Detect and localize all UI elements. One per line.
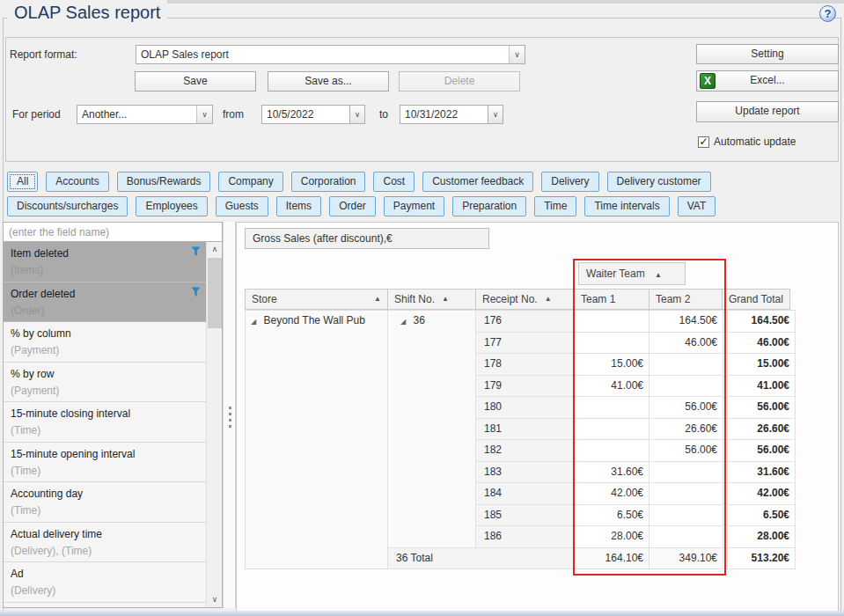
pivot-value-cell [575, 440, 650, 462]
pivot-value-cell: 56.00€ [650, 397, 723, 419]
receipt-row-header: 180 [476, 397, 575, 419]
field-item-ad[interactable]: Ad (Delivery) [4, 562, 206, 603]
shift-row-header[interactable]: ◢ 36 [388, 311, 476, 548]
grand-total-cell: 6.50€ [727, 505, 796, 527]
receipt-column-header[interactable]: Receipt No. ▲ [475, 289, 575, 310]
store-column-header[interactable]: Store ▲ [245, 289, 388, 310]
pivot-value-cell: 41.00€ [575, 376, 650, 398]
field-item-pct-by-row[interactable]: % by row (Payment) [4, 363, 206, 403]
tab-time-intervals[interactable]: Time intervals [584, 196, 669, 216]
team1-column: 15.00€ 41.00€ 31.60€ 42.00€ 6.50€ 28.00€… [575, 311, 650, 569]
pivot-value-cell [650, 483, 723, 505]
scrollbar-thumb[interactable] [208, 258, 222, 328]
chevron-down-icon[interactable]: ∨ [488, 105, 503, 124]
report-format-select[interactable]: OLAP Sales report ∨ [136, 45, 525, 64]
save-button[interactable]: Save [135, 71, 256, 92]
pivot-value-cell [575, 311, 650, 333]
tab-guests[interactable]: Guests [216, 196, 268, 216]
receipt-row-header: 181 [476, 419, 575, 441]
grand-total-cell: 28.00€ [727, 526, 796, 548]
field-item-15min-opening[interactable]: 15-minute opening interval (Time) [4, 443, 206, 483]
tab-preparation[interactable]: Preparation [452, 196, 526, 216]
tab-items[interactable]: Items [276, 196, 321, 216]
excel-button[interactable]: X Excel... [696, 70, 839, 92]
tab-customer-feedback[interactable]: Customer feedback [422, 172, 533, 192]
tab-employees[interactable]: Employees [136, 196, 207, 216]
receipt-row-header: 177 [476, 333, 575, 355]
setting-button[interactable]: Setting [696, 44, 839, 64]
receipt-row-header: 176 [476, 311, 575, 333]
field-item-pct-by-column[interactable]: % by column (Payment) [4, 322, 206, 363]
category-tabs-row-1: All Accounts Bonus/Rewards Company Corpo… [7, 172, 711, 192]
field-item-item-deleted[interactable]: Item deleted (Items) [4, 242, 206, 282]
tab-all[interactable]: All [7, 172, 38, 192]
waiter-team-field-header[interactable]: Waiter Team ▲ [578, 262, 686, 285]
pivot-header-row: Store ▲ Shift No. ▲ Receipt No. ▲ Team 1… [245, 289, 796, 310]
team1-column-header[interactable]: Team 1 [574, 289, 650, 310]
tab-delivery-customer[interactable]: Delivery customer [607, 172, 711, 192]
scroll-up-icon[interactable]: ∧ [207, 242, 223, 257]
automatic-update-checkbox[interactable]: ✓ Automatic update [698, 136, 796, 148]
pivot-panel: Gross Sales (after discount),€ Waiter Te… [236, 222, 839, 613]
scroll-down-icon[interactable]: ∨ [207, 592, 223, 607]
field-item-order-deleted[interactable]: Order deleted (Order) [4, 282, 206, 323]
tab-time[interactable]: Time [534, 196, 576, 216]
tab-discounts-surcharges[interactable]: Discounts/surcharges [7, 196, 128, 216]
shift-column-header[interactable]: Shift No. ▲ [387, 289, 476, 310]
category-tabs-row-2: Discounts/surcharges Employees Guests It… [7, 196, 716, 216]
field-item-address[interactable]: Address [4, 603, 206, 609]
pivot-value-cell: 15.00€ [575, 354, 650, 376]
tab-payment[interactable]: Payment [384, 196, 444, 216]
filter-funnel-icon[interactable] [191, 246, 201, 257]
grand-total-column: 164.50€ 46.00€ 15.00€ 41.00€ 56.00€ 26.6… [727, 311, 796, 569]
help-icon[interactable]: ? [819, 5, 836, 22]
measure-field-button[interactable]: Gross Sales (after discount),€ [245, 228, 489, 249]
filter-funnel-icon[interactable] [191, 287, 201, 297]
delete-button[interactable]: Delete [399, 71, 520, 92]
pivot-value-cell: 46.00€ [650, 333, 723, 355]
tab-bonus-rewards[interactable]: Bonus/Rewards [117, 172, 211, 192]
field-list-scrollbar[interactable]: ∧ ∨ [206, 242, 222, 607]
tab-cost[interactable]: Cost [373, 172, 415, 192]
field-item-accounting-day[interactable]: Accounting day (Time) [4, 482, 206, 523]
tab-company[interactable]: Company [218, 172, 283, 192]
window-top-edge [167, 0, 844, 4]
grand-total-total-cell: 513.20€ [727, 548, 796, 570]
to-date-picker[interactable]: 10/31/2022 ∨ [400, 105, 503, 124]
from-date-picker[interactable]: 10/5/2022 ∨ [261, 105, 365, 124]
team2-column-header[interactable]: Team 2 [649, 289, 723, 310]
grand-total-column-header[interactable]: Grand Total [722, 289, 790, 310]
receipt-row-header: 183 [476, 462, 575, 484]
field-item-actual-delivery-time[interactable]: Actual delivery time (Delivery), (Time) [4, 523, 206, 563]
chevron-down-icon[interactable]: ∨ [196, 106, 212, 123]
receipt-row-header: 184 [476, 483, 575, 505]
grand-total-cell: 56.00€ [727, 440, 796, 462]
period-select[interactable]: Another... ∨ [77, 105, 213, 124]
to-date-value: 10/31/2022 [405, 108, 484, 121]
sidebar-splitter-handle[interactable] [223, 222, 236, 608]
tab-vat[interactable]: VAT [678, 196, 716, 216]
report-format-value: OLAP Sales report [141, 48, 505, 61]
tab-accounts[interactable]: Accounts [46, 172, 108, 192]
sort-asc-icon: ▲ [655, 271, 662, 279]
receipt-column: 176 177 178 179 180 181 182 183 184 185 … [476, 311, 575, 548]
to-label: to [379, 105, 388, 124]
chevron-down-icon[interactable]: ∨ [509, 46, 525, 63]
tab-order[interactable]: Order [329, 196, 376, 216]
receipt-row-header: 186 [476, 526, 575, 548]
field-item-15min-closing[interactable]: 15-minute closing interval (Time) [4, 402, 206, 443]
chevron-down-icon[interactable]: ∨ [349, 105, 365, 124]
collapse-icon[interactable]: ◢ [400, 318, 406, 326]
checkmark-icon[interactable]: ✓ [698, 136, 709, 148]
save-as-button[interactable]: Save as... [268, 71, 389, 92]
field-search-input[interactable] [3, 222, 223, 242]
sort-asc-icon: ▲ [374, 290, 381, 309]
grand-total-cell: 56.00€ [727, 397, 796, 419]
collapse-icon[interactable]: ◢ [251, 318, 256, 326]
pivot-value-cell: 31.60€ [575, 462, 650, 484]
tab-delivery[interactable]: Delivery [541, 172, 598, 192]
tab-corporation[interactable]: Corporation [291, 172, 366, 192]
grand-total-cell: 41.00€ [727, 376, 796, 398]
store-row-header[interactable]: ◢ Beyond The Wall Pub [245, 311, 388, 569]
update-report-button[interactable]: Update report [696, 101, 839, 122]
